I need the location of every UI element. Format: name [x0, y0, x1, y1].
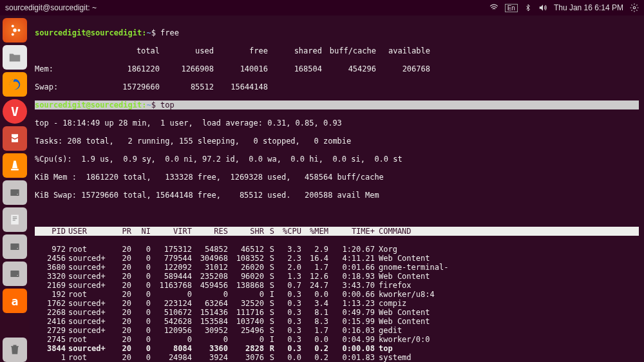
window-title: sourcedigit@sourcedigit: ~ [5, 3, 97, 12]
top-columns-header: PIDUSERPRNIVIRTRESSHRS%CPU%MEMTIME+COMMA… [35, 227, 639, 236]
top-panel: sourcedigit@sourcedigit: ~ En Thu Jan 16… [0, 0, 644, 15]
free-swap-row: Swap:157296608551215644148 [35, 82, 639, 91]
process-row: 1root2002498439243076S0.00.20:01.83syste… [35, 353, 639, 362]
svg-rect-7 [11, 169, 19, 171]
svg-rect-10 [11, 215, 19, 225]
svg-point-3 [12, 25, 14, 28]
svg-point-4 [12, 33, 14, 35]
input-lang[interactable]: En [505, 4, 518, 12]
process-row: 1762sourced+2002231246326432520S0.33.41:… [35, 299, 639, 308]
process-row: 2416sourced+200542628153584103740S0.38.3… [35, 317, 639, 326]
process-row: 3680sourced+2001220923101226020S2.01.70:… [35, 263, 639, 272]
svg-point-9 [17, 194, 18, 195]
process-row: 972root2001753125485246512S3.32.91:20.67… [35, 245, 639, 254]
process-row: 2169sourced+2001163768459456138868S0.724… [35, 281, 639, 290]
gear-icon[interactable] [630, 3, 639, 12]
software-center-icon[interactable] [3, 126, 27, 151]
process-row: 2268sourced+200510672151436111716S0.38.1… [35, 308, 639, 317]
svg-point-1 [13, 28, 17, 32]
svg-point-14 [17, 275, 18, 276]
svg-rect-8 [10, 189, 19, 196]
dash-icon[interactable] [3, 18, 27, 43]
top-line2: Tasks: 208 total, 2 running, 155 sleepin… [35, 137, 639, 146]
prompt-path: ~ [146, 28, 151, 37]
volume-icon[interactable] [538, 3, 547, 12]
prompt-userhost: sourcedigit@sourcedigit [35, 28, 142, 37]
svg-point-2 [17, 29, 20, 32]
free-header: totalusedfreesharedbuff/cacheavailable [35, 46, 639, 55]
system-tray: En Thu Jan 16 6:14 PM [489, 3, 639, 12]
cmd-top: top [160, 100, 175, 110]
vlc-icon[interactable] [3, 153, 27, 178]
amazon-icon[interactable]: a [3, 289, 27, 313]
clock[interactable]: Thu Jan 16 6:14 PM [554, 3, 623, 12]
svg-point-12 [17, 248, 18, 249]
top-line4: KiB Mem : 1861220 total, 133328 free, 12… [35, 173, 639, 182]
disk-icon-1[interactable] [3, 180, 27, 205]
files-icon[interactable] [3, 45, 27, 70]
process-row: 2456sourced+200779544304968108352S2.316.… [35, 254, 639, 263]
process-row: 2745root200000I0.30.00:04.99kworker/0:0 [35, 335, 639, 344]
wifi-icon[interactable] [489, 3, 498, 12]
trash-icon[interactable] [3, 338, 27, 362]
process-list: 972root2001753125485246512S3.32.91:20.67… [35, 245, 639, 362]
disk-icon-3[interactable] [3, 262, 27, 286]
process-row: 3844sourced+200808433602828R0.30.20:00.0… [35, 344, 639, 353]
svg-point-0 [633, 6, 636, 9]
texteditor-icon[interactable] [3, 207, 27, 232]
top-line1: top - 18:14:49 up 28 min, 1 user, load a… [35, 119, 639, 128]
svg-rect-11 [10, 243, 19, 250]
top-line5: KiB Swap: 15729660 total, 15644148 free,… [35, 191, 639, 200]
disk-icon-2[interactable] [3, 234, 27, 259]
bluetooth-icon[interactable] [524, 3, 532, 12]
unity-launcher: V a [0, 15, 30, 362]
free-mem-row: Mem:186122012669081400161685044542962067… [35, 64, 639, 73]
cmd-free: free [160, 28, 179, 37]
process-row: 2729sourced+2001209563095225496S0.31.70:… [35, 326, 639, 335]
process-row: 3320sourced+20058944423520896020S1.312.6… [35, 272, 639, 281]
vivaldi-icon[interactable]: V [3, 99, 27, 124]
terminal-window[interactable]: sourcedigit@sourcedigit:~$ free totaluse… [30, 15, 644, 362]
process-row: 192root200000I0.30.00:00.66kworker/u8:4 [35, 290, 639, 299]
top-line3: %Cpu(s): 1.9 us, 0.9 sy, 0.0 ni, 97.2 id… [35, 155, 639, 164]
firefox-icon[interactable] [3, 72, 27, 97]
svg-rect-13 [10, 271, 19, 277]
